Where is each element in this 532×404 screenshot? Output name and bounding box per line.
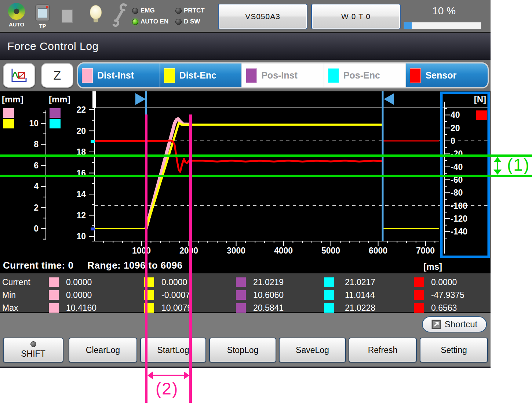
mm-inner-tick-label: 22	[64, 105, 86, 114]
work-tool-button[interactable]: W 0 T 0	[311, 4, 401, 29]
speed-progress-bar	[404, 22, 481, 29]
range-end-cursor-handle[interactable]	[384, 93, 394, 105]
dist-enc-axis-swatch	[3, 119, 14, 128]
scroll-thumb[interactable]	[92, 91, 96, 108]
annotation-label-1: (1)	[507, 155, 530, 175]
robot-type-button[interactable]: VS050A3	[218, 4, 307, 29]
legend-tab-label: Pos-Inst	[261, 70, 298, 81]
annotation-green-line-bottom	[0, 175, 532, 177]
teach-pendant-screen	[38, 8, 47, 18]
indicator-auto-en: AUTO EN	[132, 16, 175, 27]
wrench-icon[interactable]	[111, 3, 128, 29]
button-label: Setting	[441, 345, 467, 355]
mm-outer-tick-label: 0	[17, 224, 39, 233]
mm-inner-tick-label: 12	[64, 211, 86, 220]
current-time-label: Current time: 0	[3, 260, 73, 271]
legend-tab-pos-inst[interactable]: Pos-Inst	[242, 63, 324, 87]
lamp-icon[interactable]	[90, 5, 102, 19]
button-label: SaveLog	[296, 345, 329, 355]
series-color-swatch	[328, 68, 339, 83]
legend-bar: Z Dist-InstDist-EncPos-InstPos-EncSensor	[0, 60, 491, 91]
button-label: Refresh	[368, 345, 398, 355]
indicator-label: AUTO EN	[141, 18, 168, 25]
x-tick-label: 5000	[314, 246, 347, 255]
cell-color-swatch	[414, 277, 424, 287]
legend-tab-label: Sensor	[425, 70, 456, 81]
shortcut-icon	[431, 320, 441, 329]
indicator-d-sw: D SW	[175, 16, 216, 27]
led-icon	[132, 8, 138, 14]
mm-inner-tick-label: 14	[64, 189, 86, 199]
row-label: Max	[2, 303, 18, 313]
graph-view-button[interactable]	[3, 63, 35, 88]
force-tick-label: -20	[451, 149, 463, 159]
indicator-label: D SW	[184, 18, 200, 25]
force-unit-label: [N]	[455, 94, 486, 105]
annotation-magenta-line-right	[189, 114, 192, 403]
cell-value: 21.0217	[345, 277, 375, 287]
led-icon	[175, 19, 182, 25]
series-color-swatch	[246, 68, 257, 83]
tp-label: TP	[35, 23, 50, 29]
shortcut-button[interactable]: Shortcut	[422, 316, 487, 332]
legend-tab-sensor[interactable]: Sensor	[406, 63, 488, 87]
mm-outer-tick-label: 4	[17, 182, 39, 191]
cell-value: 10.4160	[66, 303, 96, 313]
page-title: Force Control Log	[0, 33, 491, 59]
setting-button[interactable]: Setting	[420, 338, 488, 363]
cell-value: -47.9375	[431, 290, 464, 300]
pos-enc-axis-swatch	[50, 119, 61, 128]
bottom-bar: Shortcut SHIFTClearLogStartLogStopLogSav…	[0, 313, 491, 368]
indicator-label: EMG	[141, 7, 155, 14]
table-row-min: Min0.0000-0.000710.606011.0144-47.9375	[0, 290, 491, 301]
x-tick-label: 4000	[267, 246, 300, 255]
cell-value: 0.6563	[431, 303, 457, 313]
cell-color-swatch	[324, 303, 334, 313]
startlog-button[interactable]: StartLog	[140, 338, 206, 363]
zoom-z-button[interactable]: Z	[41, 63, 73, 88]
cell-color-swatch	[414, 290, 424, 300]
auto-mode-icon[interactable]	[8, 3, 25, 20]
legend-tab-label: Pos-Enc	[343, 70, 380, 81]
series-color-swatch	[410, 68, 421, 83]
led-icon	[175, 8, 182, 14]
legend-tab-dist-enc[interactable]: Dist-Enc	[160, 63, 243, 87]
chart-icon	[10, 67, 29, 84]
cell-color-swatch	[324, 290, 334, 300]
teach-pendant-led	[46, 6, 48, 8]
mm-outer-unit-label: [mm]	[2, 94, 23, 105]
legend-tab-dist-inst[interactable]: Dist-Inst	[78, 63, 160, 87]
cell-value: 0.0000	[431, 277, 457, 287]
auto-mode-label: AUTO	[7, 21, 26, 28]
range-start-cursor-handle[interactable]	[135, 93, 146, 105]
stoplog-button[interactable]: StopLog	[209, 338, 276, 363]
mm-outer-tick-label: 10	[17, 119, 39, 128]
mm-inner-tick-label: 20	[64, 126, 86, 136]
shift-led-icon	[30, 341, 36, 347]
pos-inst-axis-swatch	[50, 108, 61, 118]
teach-pendant-app: AUTO TP EMGPRTCTAUTO END SW VS050A3 W 0 …	[0, 0, 491, 368]
cell-color-swatch	[414, 303, 424, 313]
shift-button[interactable]: SHIFT	[3, 338, 63, 363]
lamp-base-icon	[94, 19, 98, 22]
cell-value: 21.0228	[345, 303, 375, 313]
savelog-button[interactable]: SaveLog	[279, 338, 346, 363]
teach-pendant-icon[interactable]	[35, 4, 50, 21]
mm-outer-tick-label: 8	[17, 139, 39, 149]
clearlog-button[interactable]: ClearLog	[69, 338, 137, 363]
edge-marker	[91, 228, 95, 230]
force-tick-label: -40	[451, 162, 463, 172]
refresh-button[interactable]: Refresh	[349, 338, 417, 363]
indicator-emg: EMG	[132, 5, 175, 16]
mm-outer-tick-label: 6	[17, 161, 39, 170]
x-tick-label: 1000	[125, 246, 158, 255]
force-tick-label: -140	[451, 227, 467, 236]
button-label: StartLog	[157, 345, 189, 355]
legend-tab-pos-enc[interactable]: Pos-Enc	[324, 63, 407, 87]
indicator-label: PRTCT	[184, 7, 205, 14]
cell-value: 0.0000	[161, 277, 187, 287]
table-row-current: Current0.00000.000021.021921.02170.0000	[0, 277, 491, 288]
button-label: ClearLog	[86, 345, 120, 355]
cell-color-swatch	[49, 290, 59, 300]
stop-square-icon[interactable]	[62, 10, 73, 23]
